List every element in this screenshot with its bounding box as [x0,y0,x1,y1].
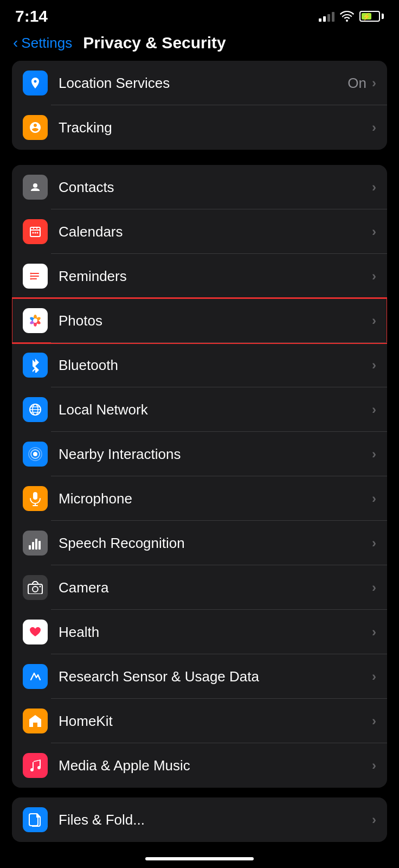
page-title: Privacy & Security [83,34,226,52]
contacts-chevron: › [372,180,376,195]
reminders-label: Reminders [59,268,372,285]
tracking-icon [23,115,48,140]
status-time: 7:14 [15,7,48,25]
reminders-chevron: › [372,269,376,284]
microphone-label: Microphone [59,490,372,507]
wifi-icon [340,11,354,22]
svg-rect-2 [33,227,34,229]
svg-rect-34 [38,541,41,550]
settings-row-research-sensor[interactable]: Research Sensor & Usage Data › [12,654,387,699]
files-chevron: › [372,812,376,827]
photos-icon [23,308,48,333]
settings-row-calendars[interactable]: Calendars › [12,209,387,254]
microphone-chevron: › [372,491,376,506]
camera-chevron: › [372,580,376,595]
homekit-chevron: › [372,713,376,729]
tracking-chevron: › [372,120,376,135]
calendars-label: Calendars [59,224,372,240]
settings-row-contacts[interactable]: Contacts › [12,165,387,209]
calendars-icon [23,219,48,244]
nearby-interactions-chevron: › [372,446,376,462]
nav-header: ‹ Settings Privacy & Security [0,29,399,61]
research-sensor-chevron: › [372,669,376,684]
svg-rect-3 [36,227,37,229]
back-chevron-icon: ‹ [13,34,18,52]
photos-label: Photos [59,312,372,329]
svg-point-12 [30,276,32,277]
settings-row-location-services[interactable]: Location Services On › [12,61,387,105]
microphone-icon [23,486,48,511]
reminders-icon [23,264,48,289]
local-network-chevron: › [372,402,376,417]
svg-rect-31 [29,545,31,550]
settings-row-speech-recognition[interactable]: Speech Recognition › [12,521,387,565]
speech-recognition-chevron: › [372,535,376,551]
homekit-label: HomeKit [59,713,372,730]
media-music-label: Media & Apple Music [59,757,372,774]
health-label: Health [59,624,372,641]
speech-recognition-icon [23,531,48,556]
settings-row-camera[interactable]: Camera › [12,565,387,610]
status-bar: 7:14 ⚡ [0,0,399,29]
back-button[interactable]: ‹ Settings [13,34,72,52]
settings-group-files: Files & Fold... › [12,797,387,842]
camera-icon [23,575,48,600]
media-music-icon [23,753,48,778]
svg-point-6 [37,232,38,234]
settings-row-files[interactable]: Files & Fold... › [12,797,387,842]
settings-row-reminders[interactable]: Reminders › [12,254,387,298]
settings-row-bluetooth[interactable]: Bluetooth › [12,343,387,387]
svg-point-21 [33,318,37,323]
health-chevron: › [372,624,376,640]
settings-row-homekit[interactable]: HomeKit › [12,699,387,743]
contacts-icon [23,175,48,200]
files-label: Files & Fold... [59,812,372,828]
svg-rect-33 [35,539,37,550]
research-sensor-label: Research Sensor & Usage Data [59,668,372,685]
contacts-label: Contacts [59,179,372,196]
svg-point-13 [30,278,32,280]
settings-row-nearby-interactions[interactable]: Nearby Interactions › [12,432,387,476]
battery-icon: ⚡ [359,11,384,22]
svg-point-25 [33,452,37,456]
files-icon [23,807,48,832]
health-icon [23,620,48,644]
media-music-chevron: › [372,758,376,773]
settings-row-local-network[interactable]: Local Network › [12,387,387,432]
bluetooth-icon [23,353,48,378]
tracking-label: Tracking [59,119,372,136]
nearby-interactions-label: Nearby Interactions [59,446,372,463]
home-indicator [145,857,254,860]
svg-point-37 [40,586,41,588]
back-label: Settings [21,35,72,52]
camera-label: Camera [59,579,372,596]
bluetooth-label: Bluetooth [59,357,372,374]
nearby-interactions-icon [23,442,48,467]
location-services-chevron: › [372,75,376,91]
research-sensor-icon [23,664,48,689]
status-icons: ⚡ [319,11,384,22]
svg-point-11 [30,273,32,275]
calendars-chevron: › [372,224,376,239]
homekit-icon [23,709,48,733]
location-services-label: Location Services [59,75,347,92]
local-network-icon [23,397,48,422]
svg-rect-28 [33,492,37,500]
svg-point-0 [33,183,37,188]
svg-rect-32 [32,542,34,550]
photos-chevron: › [372,313,376,328]
location-services-value: On [347,75,366,92]
location-services-icon [23,71,48,95]
local-network-label: Local Network [59,401,372,418]
speech-recognition-label: Speech Recognition [59,535,372,552]
settings-row-photos[interactable]: Photos › [12,298,387,343]
bluetooth-chevron: › [372,358,376,373]
signal-icon [319,11,334,22]
svg-point-5 [35,232,36,234]
settings-row-microphone[interactable]: Microphone › [12,476,387,521]
settings-group-location: Location Services On › Tracking › [12,61,387,150]
settings-row-tracking[interactable]: Tracking › [12,105,387,150]
svg-point-4 [33,232,34,234]
settings-row-media-music[interactable]: Media & Apple Music › [12,743,387,788]
settings-row-health[interactable]: Health › [12,610,387,654]
